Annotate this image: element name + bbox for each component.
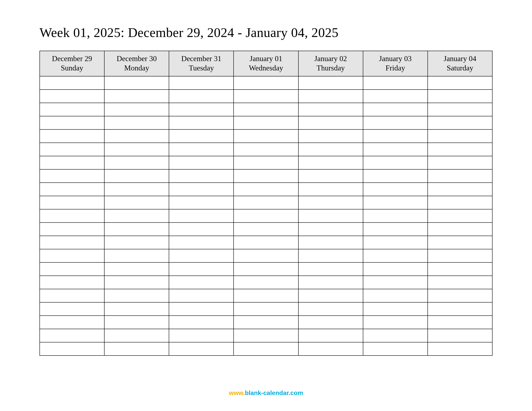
calendar-cell[interactable] [428,209,492,222]
calendar-cell[interactable] [234,90,298,103]
calendar-cell[interactable] [40,249,104,262]
calendar-cell[interactable] [363,236,428,249]
calendar-cell[interactable] [428,262,492,276]
calendar-cell[interactable] [298,249,363,262]
calendar-cell[interactable] [234,289,298,302]
calendar-cell[interactable] [428,316,492,329]
calendar-cell[interactable] [234,249,298,262]
calendar-cell[interactable] [298,183,363,196]
calendar-cell[interactable] [298,276,363,289]
calendar-cell[interactable] [234,103,298,116]
calendar-cell[interactable] [40,129,104,143]
calendar-cell[interactable] [428,289,492,302]
calendar-cell[interactable] [40,183,104,196]
calendar-cell[interactable] [40,103,104,116]
calendar-cell[interactable] [234,222,298,236]
calendar-cell[interactable] [428,183,492,196]
calendar-cell[interactable] [104,90,169,103]
calendar-cell[interactable] [169,209,234,222]
calendar-cell[interactable] [363,329,428,342]
calendar-cell[interactable] [363,262,428,276]
calendar-cell[interactable] [40,222,104,236]
calendar-cell[interactable] [363,209,428,222]
calendar-cell[interactable] [428,156,492,169]
calendar-cell[interactable] [234,129,298,143]
calendar-cell[interactable] [104,249,169,262]
calendar-cell[interactable] [169,276,234,289]
calendar-cell[interactable] [169,183,234,196]
calendar-cell[interactable] [40,316,104,329]
calendar-cell[interactable] [428,116,492,129]
calendar-cell[interactable] [169,329,234,342]
calendar-cell[interactable] [40,289,104,302]
calendar-cell[interactable] [169,249,234,262]
calendar-cell[interactable] [234,276,298,289]
calendar-cell[interactable] [363,316,428,329]
calendar-cell[interactable] [169,169,234,183]
calendar-cell[interactable] [363,289,428,302]
calendar-cell[interactable] [40,209,104,222]
calendar-cell[interactable] [363,103,428,116]
calendar-cell[interactable] [428,236,492,249]
calendar-cell[interactable] [363,76,428,90]
calendar-cell[interactable] [104,276,169,289]
calendar-cell[interactable] [169,90,234,103]
calendar-cell[interactable] [428,249,492,262]
calendar-cell[interactable] [104,209,169,222]
calendar-cell[interactable] [40,329,104,342]
calendar-cell[interactable] [104,262,169,276]
calendar-cell[interactable] [363,222,428,236]
calendar-cell[interactable] [428,302,492,316]
calendar-cell[interactable] [298,90,363,103]
calendar-cell[interactable] [40,302,104,316]
calendar-cell[interactable] [363,249,428,262]
calendar-cell[interactable] [234,143,298,156]
calendar-cell[interactable] [298,289,363,302]
calendar-cell[interactable] [234,342,298,355]
calendar-cell[interactable] [40,90,104,103]
calendar-cell[interactable] [298,316,363,329]
calendar-cell[interactable] [104,183,169,196]
calendar-cell[interactable] [169,116,234,129]
calendar-cell[interactable] [298,103,363,116]
calendar-cell[interactable] [104,143,169,156]
calendar-cell[interactable] [104,329,169,342]
calendar-cell[interactable] [40,169,104,183]
calendar-cell[interactable] [298,209,363,222]
calendar-cell[interactable] [169,156,234,169]
calendar-cell[interactable] [40,76,104,90]
calendar-cell[interactable] [234,183,298,196]
calendar-cell[interactable] [104,342,169,355]
calendar-cell[interactable] [40,116,104,129]
calendar-cell[interactable] [298,116,363,129]
calendar-cell[interactable] [298,196,363,209]
calendar-cell[interactable] [104,302,169,316]
calendar-cell[interactable] [234,302,298,316]
calendar-cell[interactable] [104,169,169,183]
calendar-cell[interactable] [40,156,104,169]
calendar-cell[interactable] [298,342,363,355]
calendar-cell[interactable] [234,329,298,342]
calendar-cell[interactable] [40,236,104,249]
calendar-cell[interactable] [428,90,492,103]
calendar-cell[interactable] [363,196,428,209]
calendar-cell[interactable] [40,196,104,209]
calendar-cell[interactable] [169,342,234,355]
calendar-cell[interactable] [104,156,169,169]
calendar-cell[interactable] [40,342,104,355]
calendar-cell[interactable] [428,103,492,116]
calendar-cell[interactable] [169,222,234,236]
calendar-cell[interactable] [363,90,428,103]
calendar-cell[interactable] [428,342,492,355]
calendar-cell[interactable] [298,222,363,236]
calendar-cell[interactable] [169,76,234,90]
calendar-cell[interactable] [40,143,104,156]
calendar-cell[interactable] [428,129,492,143]
calendar-cell[interactable] [298,129,363,143]
calendar-cell[interactable] [363,276,428,289]
calendar-cell[interactable] [363,129,428,143]
calendar-cell[interactable] [169,129,234,143]
calendar-cell[interactable] [298,236,363,249]
calendar-cell[interactable] [104,129,169,143]
calendar-cell[interactable] [234,262,298,276]
